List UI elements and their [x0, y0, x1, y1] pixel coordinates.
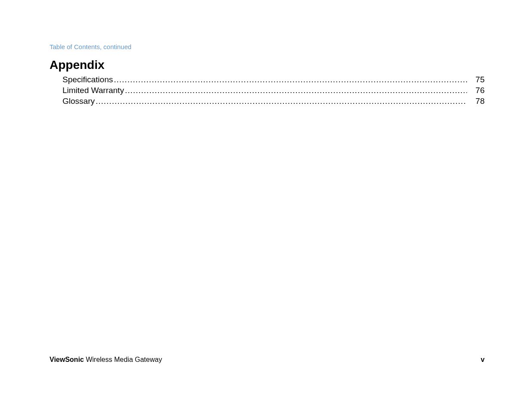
- footer-product: Wireless Media Gateway: [84, 356, 162, 363]
- toc-page: 78: [467, 96, 485, 106]
- toc-label: Specifications: [62, 75, 113, 85]
- section-title-appendix: Appendix: [50, 58, 485, 72]
- toc-row-glossary[interactable]: Glossary 78: [62, 96, 485, 106]
- toc-row-specifications[interactable]: Specifications 75: [62, 75, 485, 85]
- toc-dots: [113, 75, 467, 85]
- toc-label: Limited Warranty: [62, 85, 124, 96]
- toc-label: Glossary: [62, 96, 95, 106]
- toc-page: 75: [467, 75, 485, 85]
- footer-left: ViewSonic Wireless Media Gateway: [50, 356, 162, 364]
- toc-entries: Specifications 75 Limited Warranty 76 Gl…: [50, 75, 485, 106]
- toc-dots: [95, 96, 467, 106]
- header-note: Table of Contents, continued: [50, 43, 485, 50]
- toc-row-limited-warranty[interactable]: Limited Warranty 76: [62, 85, 485, 96]
- page-footer: ViewSonic Wireless Media Gateway v: [50, 356, 485, 364]
- footer-brand: ViewSonic: [50, 356, 84, 363]
- footer-page-number: v: [481, 356, 485, 364]
- toc-dots: [124, 85, 467, 96]
- toc-page: 76: [467, 85, 485, 96]
